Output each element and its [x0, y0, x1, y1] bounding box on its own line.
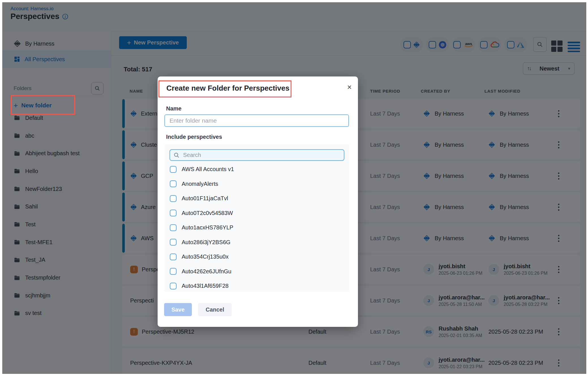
perspective-checkbox[interactable] [170, 166, 177, 173]
perspective-option-label: Auto4262e6JUfnGu [182, 268, 231, 275]
perspective-search-input[interactable] [183, 152, 336, 159]
save-button[interactable]: Save [164, 303, 192, 316]
app-window: Account: Harness.io Perspectives By Harn… [2, 2, 586, 374]
create-folder-modal: Create new Folder for Perspectives × Nam… [158, 76, 358, 327]
perspective-picker-panel: AWS All Accounts v1 AnomalyAlerts Auto01… [164, 144, 349, 292]
perspective-checkbox[interactable] [170, 239, 177, 246]
perspective-option-label: Auto01F11jaCaTvl [182, 195, 228, 202]
screenshot-root: { "header": { "breadcrumb": "Account: Ha… [0, 0, 588, 375]
perspective-option: Auto1acxHS786YLP [164, 220, 349, 235]
perspective-checkbox[interactable] [170, 268, 177, 275]
perspective-option: AWS All Accounts v1 [164, 162, 349, 177]
folder-name-input[interactable] [164, 114, 349, 127]
cancel-button[interactable]: Cancel [198, 303, 232, 316]
perspective-search-box [169, 149, 344, 161]
annotation-box-modal-title [158, 80, 291, 97]
perspective-option: AnomalyAlerts [164, 177, 349, 191]
perspective-checkbox[interactable] [170, 283, 177, 289]
perspective-checkbox-list: AWS All Accounts v1 AnomalyAlerts Auto01… [164, 162, 349, 292]
perspective-option: Auto43l1Af659F28 [164, 279, 349, 292]
perspective-checkbox[interactable] [170, 224, 177, 231]
annotation-box-new-folder [11, 95, 75, 115]
perspective-option-label: Auto354Crj135u0x [182, 253, 229, 260]
perspective-option-label: Auto286i3jY2BS6G [182, 239, 230, 246]
perspective-option: Auto0T2c0v54583W [164, 206, 349, 221]
name-label: Name [166, 105, 181, 112]
perspective-option-label: Auto0T2c0v54583W [182, 210, 233, 216]
close-icon[interactable]: × [345, 83, 353, 92]
perspective-option: Auto01F11jaCaTvl [164, 191, 349, 206]
perspective-checkbox[interactable] [170, 253, 177, 260]
perspective-option-label: Auto43l1Af659F28 [182, 283, 229, 289]
search-icon [173, 152, 180, 158]
perspective-option: Auto354Crj135u0x [164, 250, 349, 264]
perspective-checkbox[interactable] [170, 180, 177, 187]
perspective-option: Auto4262e6JUfnGu [164, 264, 349, 279]
perspective-option-label: AWS All Accounts v1 [182, 166, 234, 172]
perspective-option-label: Auto1acxHS786YLP [182, 224, 233, 231]
perspective-option: Auto286i3jY2BS6G [164, 235, 349, 250]
perspective-checkbox[interactable] [170, 195, 177, 202]
include-perspectives-label: Include perspectives [166, 134, 222, 140]
perspective-checkbox[interactable] [170, 210, 177, 216]
perspective-option-label: AnomalyAlerts [182, 181, 218, 187]
